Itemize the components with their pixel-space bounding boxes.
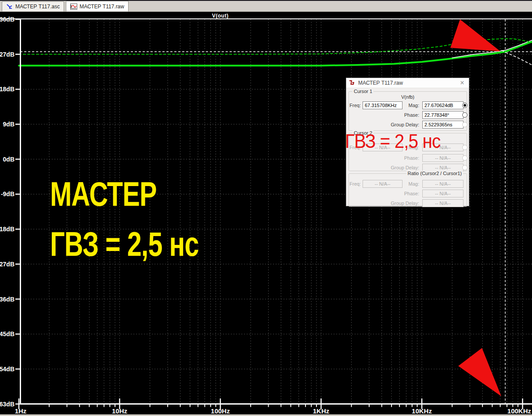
y-axis-label: -54dB — [0, 366, 14, 373]
waveform-icon — [70, 4, 77, 10]
y-axis-label: 0dB — [3, 156, 14, 163]
close-icon[interactable]: × — [459, 79, 466, 86]
y-axis-label: -18dB — [0, 226, 14, 233]
x-axis-label: 100Hz — [211, 407, 230, 415]
group-delay-label: Group Delay: — [375, 201, 419, 206]
red-arrow-bottom — [458, 348, 501, 396]
mag-value-box[interactable]: -- N/A-- — [422, 180, 464, 188]
group-delay-label: Group Delay: — [375, 165, 419, 170]
y-axis-label: 27dB — [0, 51, 14, 58]
group-delay-label: Group Delay: — [375, 122, 419, 127]
annotation-red-overlay: ГВЗ = 2,5 нс — [345, 132, 440, 151]
annotation-yellow-line2: ГВЗ = 2,5 нс — [50, 227, 199, 262]
radio-groupdelay[interactable] — [462, 165, 467, 170]
mag-label: Mag: — [375, 181, 419, 186]
radio-mag[interactable] — [462, 103, 467, 108]
trace-label: V(nfb) — [349, 94, 467, 100]
tab-schematic-label: МАСТЕР T117.asc — [15, 4, 60, 10]
red-arrow-top — [450, 19, 500, 51]
mag-label: Mag: — [375, 103, 419, 108]
y-axis-label: -27dB — [0, 261, 14, 268]
y-axis-label: 18dB — [0, 86, 14, 93]
radio-groupdelay[interactable] — [462, 122, 467, 127]
y-axis-label: -45dB — [0, 330, 14, 337]
dialog-title: МАСТЕР T117.raw — [358, 80, 403, 86]
x-axis-label: 1Hz — [15, 407, 27, 415]
y-axis-label: 9dB — [3, 121, 14, 128]
freq-label: Freq: — [349, 181, 361, 186]
group-delay-value-box[interactable]: -- N/A-- — [422, 199, 464, 207]
annotation-yellow-line1: МАСТЕР — [50, 177, 157, 212]
radio-mag[interactable] — [462, 145, 467, 150]
dialog-titlebar[interactable]: МАСТЕР T117.raw × — [346, 78, 469, 88]
tab-waveform[interactable]: МАСТЕР T117.raw — [66, 1, 129, 11]
phase-label: Phase: — [375, 191, 419, 196]
group-cursor-1: Cursor 1V(nfb)Freq:67.315708KHzMag:27.67… — [349, 91, 467, 131]
tab-schematic[interactable]: МАСТЕР T117.asc — [2, 1, 64, 11]
phase-value-box[interactable]: 22.778348° — [422, 111, 464, 119]
group-legend: Cursor 1 — [352, 89, 374, 94]
phase-label: Phase: — [375, 155, 419, 161]
window-bottom-edge — [0, 414, 532, 416]
group-legend: Ratio (Cursor2 / Cursor1) — [406, 171, 463, 176]
phase-value-box[interactable]: -- N/A-- — [422, 190, 464, 197]
phase-label: Phase: — [375, 112, 419, 118]
group-ratio-cursor2-cursor1-: Ratio (Cursor2 / Cursor1)Freq:-- N/A--Ma… — [349, 173, 467, 207]
y-axis-label: -9dB — [1, 190, 14, 197]
trace-3-white-dashed-phase-[interactable] — [502, 50, 532, 65]
x-axis-label: 1KHz — [313, 407, 330, 415]
mag-value-box[interactable]: 27.670624dB — [422, 101, 464, 109]
y-axis-label: -36dB — [0, 296, 14, 303]
y-axis-label: 36dB — [0, 16, 14, 23]
freq-label: Freq: — [349, 103, 361, 108]
ltspice-logo-icon — [349, 80, 356, 86]
schematic-icon — [6, 4, 13, 10]
radio-phase[interactable] — [462, 112, 467, 118]
x-axis-label: 10KHz — [412, 407, 432, 415]
tab-bar: МАСТЕР T117.asc МАСТЕР T117.raw — [0, 0, 532, 12]
y-axis-label: -63dB — [0, 401, 14, 408]
x-axis-label: 10Hz — [112, 407, 127, 415]
group-delay-value-box[interactable]: 2.5229365ns — [422, 121, 464, 129]
radio-phase[interactable] — [462, 155, 467, 161]
tab-waveform-label: МАСТЕР T117.raw — [79, 4, 124, 10]
phase-value-box[interactable]: -- N/A-- — [422, 154, 464, 162]
trace-name-label: V(out) — [212, 13, 229, 19]
x-axis-label: 100KHz — [507, 407, 531, 415]
